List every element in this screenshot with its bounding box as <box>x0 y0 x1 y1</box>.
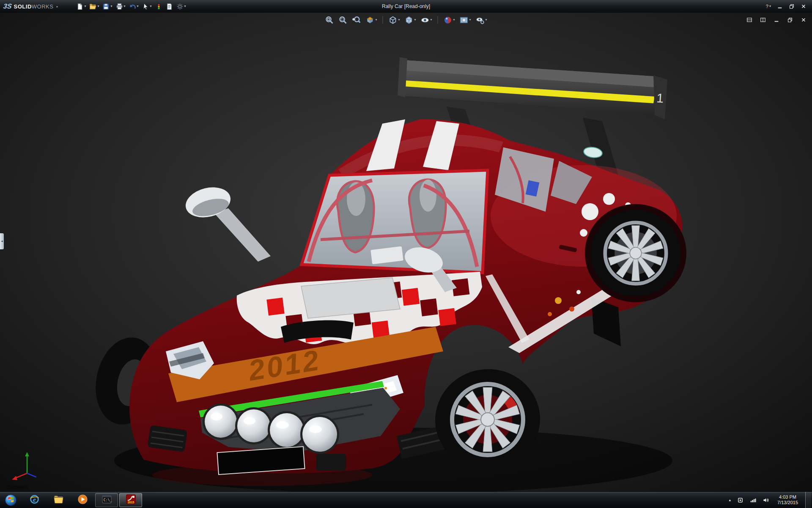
print-dropdown-arrow[interactable]: ▾ <box>124 5 126 8</box>
clock-time: 4:03 PM <box>777 494 798 500</box>
restore-button[interactable] <box>787 1 796 11</box>
apply-scene-button[interactable]: ▾ <box>458 15 472 25</box>
zoom-to-area-button[interactable] <box>337 15 348 25</box>
edit-appearance-button[interactable]: ▾ <box>442 15 456 25</box>
doc-minimize-button[interactable] <box>772 15 781 25</box>
hide-show-items-icon <box>420 16 429 25</box>
help-button[interactable]: ?▾ <box>765 1 772 11</box>
tray-app-button[interactable] <box>736 495 745 505</box>
new-document-icon <box>76 3 83 10</box>
graphics-area[interactable]: 1 <box>0 13 812 492</box>
print-icon <box>116 3 123 10</box>
rally-car-model[interactable]: 1 <box>0 13 812 492</box>
view-settings-button[interactable]: ▾ <box>475 15 488 25</box>
options-button[interactable]: ▾ <box>175 1 187 11</box>
file-properties-button[interactable] <box>165 1 174 11</box>
restore-icon <box>789 3 795 9</box>
help-dropdown-arrow[interactable]: ▾ <box>769 5 771 8</box>
heads-up-view-toolbar: ▾▾▾▾▾▾▾ <box>324 15 488 25</box>
main-toolbar: ▾▾▾▾▾▾▾ <box>75 1 187 11</box>
tray-app-icon <box>737 497 743 503</box>
svg-text:C:\_: C:\_ <box>103 497 112 502</box>
file-properties-icon <box>166 3 173 10</box>
show-desktop-button[interactable] <box>805 492 811 508</box>
title-bar: 3S SOLIDWORKS ▸ ▾▾▾▾▾▾▾ Rally Car [Read-… <box>0 0 812 13</box>
solidworks-2015-taskbar-button[interactable]: 2015 <box>119 493 142 507</box>
split-view-horizontal-button[interactable] <box>745 15 754 25</box>
split-view-horizontal-icon <box>746 17 752 23</box>
minimize-button[interactable] <box>776 1 784 11</box>
view-orientation-label: *Dimetric <box>6 484 28 490</box>
volume-button[interactable] <box>761 495 770 505</box>
media-player-taskbar-button[interactable] <box>71 493 94 507</box>
solidworks-window: 3S SOLIDWORKS ▸ ▾▾▾▾▾▾▾ Rally Car [Read-… <box>0 0 812 508</box>
hide-show-items-button[interactable]: ▾ <box>419 15 433 25</box>
print-button[interactable]: ▾ <box>115 1 127 11</box>
undo-button[interactable]: ▾ <box>128 1 140 11</box>
section-view-dropdown-arrow[interactable]: ▾ <box>375 18 377 22</box>
section-view-button[interactable]: ▾ <box>364 15 378 25</box>
view-settings-dropdown-arrow[interactable]: ▾ <box>486 18 487 22</box>
save-dropdown-arrow[interactable]: ▾ <box>110 5 112 8</box>
network-button[interactable] <box>749 495 757 505</box>
menu-expand-arrow-icon[interactable]: ▸ <box>56 5 58 8</box>
command-prompt-taskbar-button[interactable]: C:\_ <box>95 493 118 507</box>
chevron-left-icon: ◄ <box>0 240 3 243</box>
previous-view-icon <box>352 16 361 25</box>
split-view-vertical-icon <box>760 17 766 23</box>
view-orientation-dropdown-arrow[interactable]: ▾ <box>398 18 400 22</box>
doc-close-button[interactable] <box>799 15 808 25</box>
tray-icons: ▴ <box>728 495 771 505</box>
open-document-icon <box>89 3 96 10</box>
hidden-icons-button[interactable]: ▴ <box>728 495 732 505</box>
brand-name: SOLIDWORKS <box>14 3 54 10</box>
view-orientation-button[interactable]: ▾ <box>387 15 401 25</box>
save-icon <box>102 3 110 10</box>
zoom-to-area-icon <box>338 16 347 25</box>
doc-close-icon <box>801 17 807 23</box>
save-button[interactable]: ▾ <box>101 1 113 11</box>
split-view-vertical-button[interactable] <box>759 15 767 25</box>
previous-view-button[interactable] <box>351 15 362 25</box>
hidden-icons-icon: ▴ <box>729 498 731 502</box>
internet-explorer-taskbar-button[interactable]: e <box>23 493 46 507</box>
new-document-dropdown-arrow[interactable]: ▾ <box>84 5 86 8</box>
new-document-button[interactable]: ▾ <box>75 1 87 11</box>
feature-manager-collapsed-handle[interactable]: ◄ <box>0 233 4 249</box>
internet-explorer-icon: e <box>29 494 40 506</box>
select-dropdown-arrow[interactable]: ▾ <box>150 5 152 8</box>
options-dropdown-arrow[interactable]: ▾ <box>184 5 186 8</box>
toolbar-separator <box>438 16 438 24</box>
section-view-icon <box>365 16 374 25</box>
edit-appearance-icon <box>444 16 453 25</box>
windows-explorer-icon <box>53 494 64 506</box>
doc-restore-button[interactable] <box>786 15 794 25</box>
open-document-button[interactable]: ▾ <box>88 1 100 11</box>
coordinate-triad <box>9 447 45 483</box>
zoom-to-fit-button[interactable] <box>324 15 335 25</box>
command-prompt-icon: C:\_ <box>102 494 112 506</box>
view-orientation-icon <box>388 16 397 25</box>
volume-icon <box>763 497 769 503</box>
select-button[interactable]: ▾ <box>141 1 153 11</box>
spoiler-number-decal: 1 <box>656 91 664 105</box>
open-document-dropdown-arrow[interactable]: ▾ <box>97 5 99 8</box>
media-player-icon <box>77 494 88 506</box>
brand-bold: SOLID <box>14 3 32 10</box>
taskbar-items: eC:\_2015 <box>23 493 142 507</box>
close-button[interactable] <box>799 1 808 11</box>
windows-explorer-taskbar-button[interactable] <box>47 493 70 507</box>
hide-show-items-dropdown-arrow[interactable]: ▾ <box>430 18 432 22</box>
rebuild-button[interactable] <box>154 1 164 11</box>
start-button[interactable] <box>0 492 21 508</box>
display-style-dropdown-arrow[interactable]: ▾ <box>414 18 416 22</box>
apply-scene-dropdown-arrow[interactable]: ▾ <box>469 18 471 22</box>
dassault-logo-icon: 3S <box>3 3 12 10</box>
display-style-button[interactable]: ▾ <box>403 15 417 25</box>
edit-appearance-dropdown-arrow[interactable]: ▾ <box>453 18 455 22</box>
display-style-icon <box>404 16 413 25</box>
windows-orb-icon <box>4 494 17 507</box>
undo-dropdown-arrow[interactable]: ▾ <box>137 5 139 8</box>
taskbar-clock[interactable]: 4:03 PM 7/13/2015 <box>774 494 801 505</box>
rebuild-icon <box>155 3 162 10</box>
